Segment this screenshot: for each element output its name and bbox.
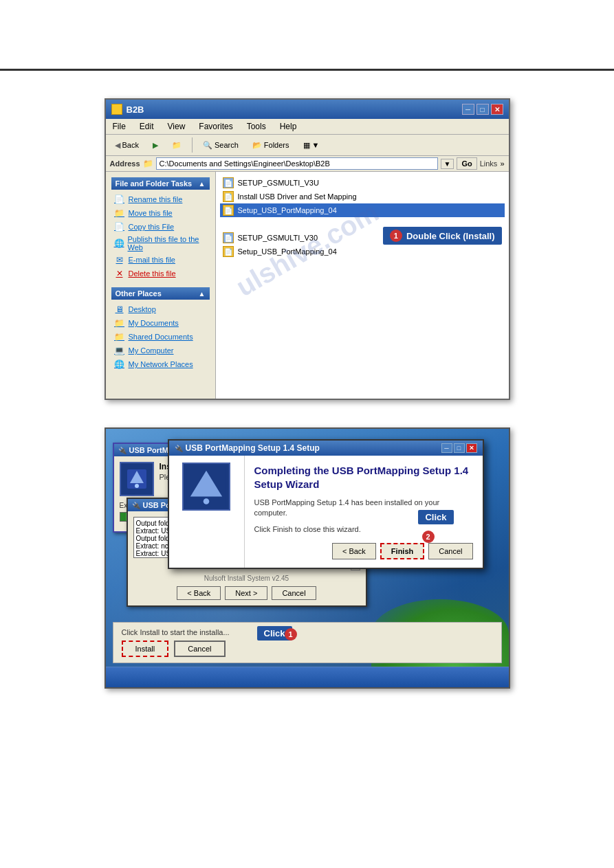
install-cancel-btn[interactable]: Cancel bbox=[174, 641, 225, 657]
setup-titlebar-controls: ─ □ ✕ bbox=[441, 443, 477, 453]
explorer-title: B2B bbox=[127, 104, 144, 115]
menu-help[interactable]: Help bbox=[273, 120, 304, 133]
close-button[interactable]: ✕ bbox=[491, 104, 503, 115]
other-places-chevron: ▲ bbox=[199, 290, 206, 298]
other-places-section: Other Places ▲ 🖥 Desktop 📁 My Documents … bbox=[111, 287, 210, 371]
file-name-1: SETUP_GSMULTI_V3U bbox=[238, 179, 319, 187]
file-icon-1: 📄 bbox=[223, 177, 234, 188]
links-arrow-icon: » bbox=[500, 159, 504, 168]
setup-titlebar: 🔌 USB PortMapping Setup 1.4 Setup ─ □ ✕ bbox=[169, 441, 483, 456]
file-item-2[interactable]: 📄 Install USB Driver and Set Mapping bbox=[220, 190, 505, 203]
left-panel: File and Folder Tasks ▲ 📄 Rename this fi… bbox=[106, 172, 216, 399]
progress-icon: 🔌 bbox=[132, 502, 140, 509]
menu-edit[interactable]: Edit bbox=[133, 120, 161, 133]
progress-back-btn[interactable]: < Back bbox=[177, 586, 221, 600]
finish-callout-num: 2 bbox=[422, 531, 435, 543]
view-button[interactable]: ▦ ▼ bbox=[298, 138, 325, 153]
my-documents-label: My Documents bbox=[129, 319, 179, 327]
setup-cancel-btn[interactable]: Cancel bbox=[428, 543, 472, 559]
my-network-icon: 🌐 bbox=[114, 359, 125, 370]
file-name-5: Setup_USB_PortMapping_04 bbox=[238, 247, 337, 256]
install-bar: Click Install to start the installa... I… bbox=[113, 622, 502, 663]
address-input[interactable]: C:\Documents and Settings\Engineer\Deskt… bbox=[156, 157, 438, 170]
move-file-item[interactable]: 📁 Move this file bbox=[111, 206, 210, 220]
rename-label: Rename this file bbox=[129, 195, 183, 203]
address-dropdown[interactable]: ▼ bbox=[441, 159, 454, 169]
setup-back-btn[interactable]: < Back bbox=[332, 543, 376, 559]
usb-setup-dialog: 🔌 USB PortMapping Setup 1.4 Setup ─ □ ✕ bbox=[168, 439, 484, 569]
file-item-3-selected[interactable]: 📄 Setup_USB_PortMapping_04 bbox=[220, 203, 505, 217]
menu-favorites[interactable]: Favorites bbox=[192, 120, 239, 133]
other-places-header: Other Places ▲ bbox=[111, 287, 210, 300]
install-btn[interactable]: Install bbox=[122, 641, 169, 657]
back-button[interactable]: ◀ Back bbox=[110, 138, 144, 153]
search-button[interactable]: 🔍 Search bbox=[198, 138, 243, 153]
setup-complete-title: Completing the USB PortMapping Setup 1.4… bbox=[254, 464, 473, 491]
maximize-button[interactable]: □ bbox=[476, 104, 489, 115]
menu-view[interactable]: View bbox=[161, 120, 193, 133]
setup-finish-btn[interactable]: Finish bbox=[380, 543, 424, 559]
toolbar-separator bbox=[192, 137, 193, 153]
explorer-screenshot: ulshive.com B2B ─ □ ✕ File Edit View Fav… bbox=[105, 98, 510, 400]
delete-icon: ✕ bbox=[114, 268, 125, 279]
menu-tools[interactable]: Tools bbox=[240, 120, 273, 133]
rename-icon: 📄 bbox=[114, 194, 125, 205]
delete-label: Delete this file bbox=[129, 269, 176, 278]
callout-number-1: 1 bbox=[390, 230, 402, 242]
view-icon: ▦ bbox=[303, 141, 310, 150]
xp-taskbar bbox=[106, 667, 509, 687]
menu-file[interactable]: File bbox=[106, 120, 133, 133]
menu-bar: File Edit View Favorites Tools Help bbox=[106, 119, 509, 135]
forward-arrow-icon: ▶ bbox=[153, 141, 158, 150]
file-name-4: SETUP_GSMULTI_V30 bbox=[238, 234, 318, 242]
setup-dialog-buttons: < Back Finish Cancel bbox=[254, 543, 473, 559]
links-label: Links bbox=[480, 159, 498, 168]
usb-outer-logo bbox=[120, 462, 154, 496]
delete-file-item[interactable]: ✕ Delete this file bbox=[111, 267, 210, 280]
move-label: Move this file bbox=[129, 209, 173, 217]
file-list: 📄 SETUP_GSMULTI_V3U 📄 Install USB Driver… bbox=[216, 172, 509, 399]
setup-minimize-btn[interactable]: ─ bbox=[441, 443, 452, 453]
address-folder-icon: 📁 bbox=[143, 159, 153, 168]
my-documents-icon: 📁 bbox=[114, 318, 125, 329]
usb-icon-small: 🔌 bbox=[118, 447, 127, 454]
file-icon-2: 📄 bbox=[223, 191, 234, 202]
setup-left-panel bbox=[169, 456, 245, 568]
other-places-title: Other Places bbox=[116, 289, 162, 298]
copy-file-item[interactable]: 📄 Copy this File bbox=[111, 220, 210, 234]
my-computer-item[interactable]: 💻 My Computer bbox=[111, 344, 210, 357]
progress-nav-btns: < Back Next > Cancel bbox=[133, 586, 360, 600]
file-item-5[interactable]: 📄 Setup_USB_PortMapping_04 bbox=[220, 245, 505, 258]
folder-nav-button[interactable]: 📁 bbox=[167, 138, 186, 153]
click-label-2: Click bbox=[425, 512, 446, 522]
svg-point-2 bbox=[135, 484, 139, 488]
nulsoft-label: Nulsoft Install System v2.45 bbox=[133, 575, 360, 582]
titlebar-controls: ─ □ ✕ bbox=[462, 104, 503, 115]
shared-documents-icon: 📁 bbox=[114, 331, 125, 342]
email-icon: ✉ bbox=[114, 254, 125, 265]
search-label: Search bbox=[215, 141, 239, 149]
file-icon-5: 📄 bbox=[223, 246, 234, 257]
my-network-item[interactable]: 🌐 My Network Places bbox=[111, 357, 210, 371]
file-tasks-title: File and Folder Tasks bbox=[116, 179, 193, 188]
forward-button[interactable]: ▶ bbox=[148, 138, 163, 153]
click-callout-finish: Click bbox=[418, 510, 453, 524]
folders-icon: 📂 bbox=[252, 141, 262, 150]
desktop-item[interactable]: 🖥 Desktop bbox=[111, 302, 210, 316]
minimize-button[interactable]: ─ bbox=[462, 104, 474, 115]
email-label: E-mail this file bbox=[129, 256, 175, 264]
file-item-1[interactable]: 📄 SETUP_GSMULTI_V3U bbox=[220, 176, 505, 190]
publish-file-item[interactable]: 🌐 Publish this file to the Web bbox=[111, 234, 210, 253]
go-button[interactable]: Go bbox=[457, 157, 476, 170]
email-file-item[interactable]: ✉ E-mail this file bbox=[111, 253, 210, 267]
shared-documents-item[interactable]: 📁 Shared Documents bbox=[111, 330, 210, 344]
file-name-2: Install USB Driver and Set Mapping bbox=[238, 192, 357, 201]
progress-cancel-btn[interactable]: Cancel bbox=[272, 586, 316, 600]
folders-button[interactable]: 📂 Folders bbox=[248, 138, 294, 153]
progress-next-btn[interactable]: Next > bbox=[225, 586, 267, 600]
setup-maximize-btn[interactable]: □ bbox=[454, 443, 465, 453]
rename-file-item[interactable]: 📄 Rename this file bbox=[111, 192, 210, 206]
my-documents-item[interactable]: 📁 My Documents bbox=[111, 316, 210, 330]
setup-close-btn[interactable]: ✕ bbox=[466, 443, 477, 453]
file-icon-4: 📄 bbox=[223, 232, 234, 243]
